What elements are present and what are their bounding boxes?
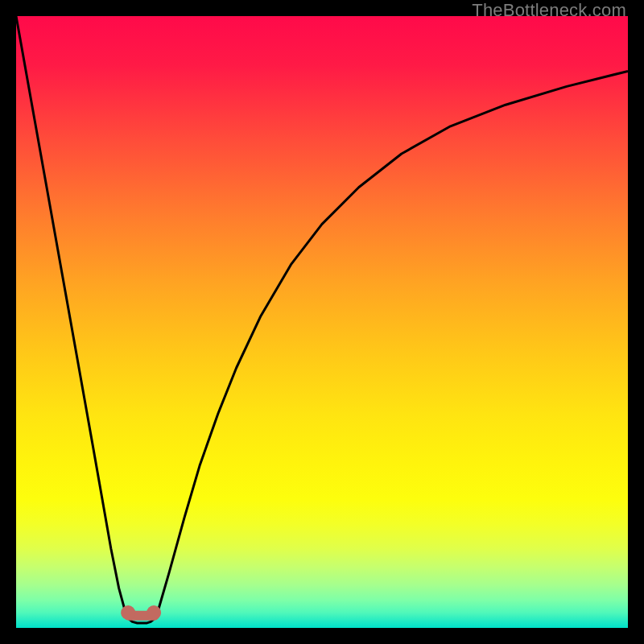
- watermark-text: TheBottleneck.com: [472, 0, 626, 21]
- bottleneck-curve: [16, 16, 628, 623]
- chart-frame: TheBottleneck.com: [0, 0, 644, 644]
- curve-layer: [16, 16, 628, 628]
- valley-marker-right: [147, 605, 161, 620]
- valley-marker-left: [121, 605, 135, 620]
- plot-area: [16, 16, 628, 628]
